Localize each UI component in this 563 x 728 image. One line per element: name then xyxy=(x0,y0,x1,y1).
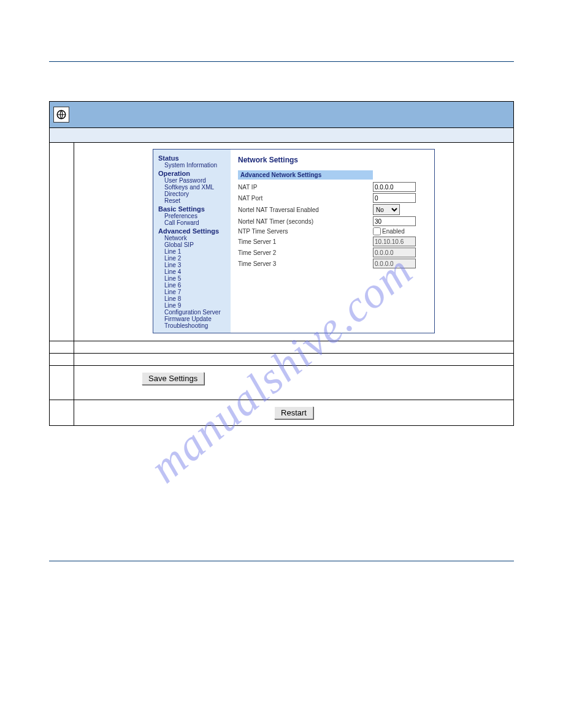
settings-sidebar: Status System Information Operation User… xyxy=(153,150,231,333)
bottom-horizontal-rule xyxy=(49,561,514,561)
sidebar-header-operation: Operation xyxy=(158,169,227,177)
panel-subheader: Advanced Network Settings xyxy=(238,170,373,180)
time-server-1-row: Time Server 1 xyxy=(238,237,427,246)
nat-port-input[interactable] xyxy=(373,193,416,203)
time-server-3-row: Time Server 3 xyxy=(238,259,427,268)
network-settings-screenshot: Status System Information Operation User… xyxy=(153,149,435,333)
step-body-cell: Save Settings xyxy=(74,366,514,400)
panel-title: Network Settings xyxy=(238,156,427,164)
step-number-cell xyxy=(50,341,74,354)
sidebar-item-line6[interactable]: Line 6 xyxy=(158,282,227,289)
top-horizontal-rule xyxy=(49,61,514,62)
sidebar-item-line5[interactable]: Line 5 xyxy=(158,275,227,282)
time-server-3-input[interactable] xyxy=(373,259,416,268)
sidebar-header-basic: Basic Settings xyxy=(158,204,227,213)
sidebar-item-global-sip[interactable]: Global SIP xyxy=(158,241,227,248)
sidebar-item-reset[interactable]: Reset xyxy=(158,197,227,204)
table-row xyxy=(50,354,514,366)
step-body-cell xyxy=(74,354,514,366)
sidebar-item-line1[interactable]: Line 1 xyxy=(158,248,227,255)
sidebar-item-directory[interactable]: Directory xyxy=(158,191,227,197)
ntp-enabled-label: Enabled xyxy=(382,228,405,235)
time-server-1-input[interactable] xyxy=(373,237,416,246)
step-number-cell xyxy=(50,366,74,400)
nortel-timer-row: Nortel NAT Timer (seconds) xyxy=(238,216,427,226)
restart-button[interactable]: Restart xyxy=(274,406,313,419)
sidebar-item-troubleshooting[interactable]: Troubleshooting xyxy=(158,322,227,329)
nat-ip-label: NAT IP xyxy=(238,184,373,191)
step-body-cell: Status System Information Operation User… xyxy=(74,143,514,341)
table-row: Save Settings xyxy=(50,366,514,400)
sidebar-item-preferences[interactable]: Preferences xyxy=(158,213,227,219)
nortel-timer-label: Nortel NAT Timer (seconds) xyxy=(238,218,373,225)
main-settings-panel: Network Settings Advanced Network Settin… xyxy=(231,150,434,333)
nortel-timer-input[interactable] xyxy=(373,216,416,226)
nat-port-row: NAT Port xyxy=(238,193,427,203)
step-number-cell xyxy=(50,143,74,341)
time-server-2-input[interactable] xyxy=(373,248,416,257)
time-server-2-label: Time Server 2 xyxy=(238,249,373,256)
step-body-cell xyxy=(74,341,514,354)
nortel-traversal-label: Nortel NAT Traversal Enabled xyxy=(238,207,373,213)
instruction-table: Status System Information Operation User… xyxy=(49,101,514,426)
step-number-cell xyxy=(50,354,74,366)
sidebar-item-softkeys-xml[interactable]: Softkeys and XML xyxy=(158,184,227,191)
sidebar-item-system-info[interactable]: System Information xyxy=(158,162,227,169)
time-server-1-label: Time Server 1 xyxy=(238,238,373,245)
sidebar-item-line4[interactable]: Line 4 xyxy=(158,268,227,275)
sidebar-item-firmware[interactable]: Firmware Update xyxy=(158,316,227,322)
ntp-enabled-checkbox[interactable] xyxy=(373,227,381,235)
table-row xyxy=(50,341,514,354)
nortel-traversal-row: Nortel NAT Traversal Enabled No xyxy=(238,204,427,215)
sidebar-item-config-server[interactable]: Configuration Server xyxy=(158,309,227,316)
nat-port-label: NAT Port xyxy=(238,195,373,202)
nat-ip-row: NAT IP xyxy=(238,182,427,192)
sidebar-item-line2[interactable]: Line 2 xyxy=(158,255,227,262)
sidebar-item-line7[interactable]: Line 7 xyxy=(158,289,227,295)
sidebar-item-line3[interactable]: Line 3 xyxy=(158,262,227,268)
save-settings-button[interactable]: Save Settings xyxy=(142,372,204,385)
sidebar-item-line9[interactable]: Line 9 xyxy=(158,302,227,309)
time-server-3-label: Time Server 3 xyxy=(238,260,373,267)
table-row: Status System Information Operation User… xyxy=(50,143,514,341)
sidebar-item-line8[interactable]: Line 8 xyxy=(158,295,227,302)
sidebar-header-status: Status xyxy=(158,153,227,162)
step-number-cell xyxy=(50,400,74,426)
ntp-servers-label: NTP Time Servers xyxy=(238,228,373,235)
time-server-2-row: Time Server 2 xyxy=(238,248,427,257)
nortel-traversal-select[interactable]: No xyxy=(373,204,400,215)
ntp-servers-row: NTP Time Servers Enabled xyxy=(238,227,427,235)
sidebar-header-advanced: Advanced Settings xyxy=(158,226,227,235)
table-row: Restart xyxy=(50,400,514,426)
nat-ip-input[interactable] xyxy=(373,182,416,192)
step-body-cell: Restart xyxy=(74,400,514,426)
sidebar-item-call-forward[interactable]: Call Forward xyxy=(158,219,227,226)
table-header-row xyxy=(50,102,514,128)
sidebar-item-network[interactable]: Network xyxy=(158,235,227,241)
globe-icon xyxy=(53,107,69,123)
sidebar-item-user-password[interactable]: User Password xyxy=(158,177,227,184)
page-content: Status System Information Operation User… xyxy=(0,0,563,586)
table-subheader-row xyxy=(50,128,514,143)
